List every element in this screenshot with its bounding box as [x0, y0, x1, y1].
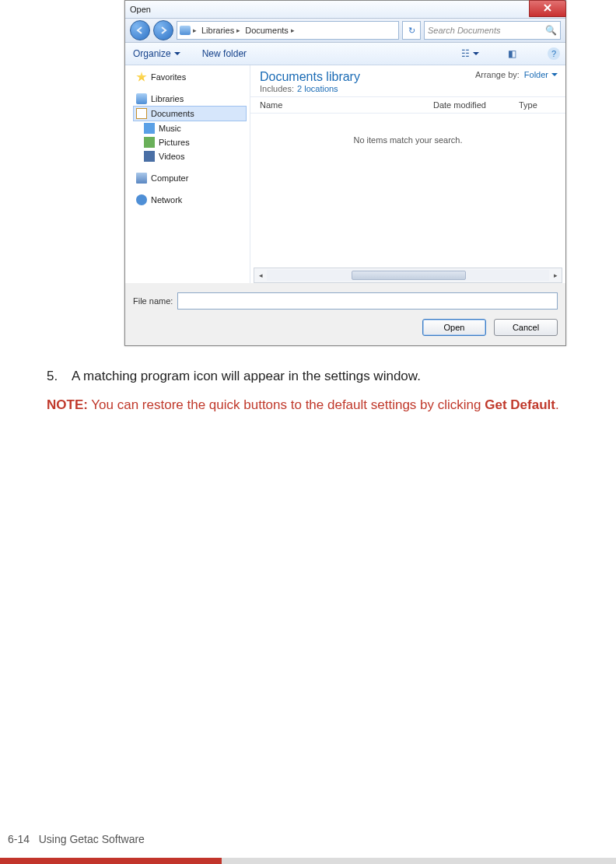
scroll-right-icon[interactable]: ▸ [549, 271, 562, 279]
page-footer: 6-14 Using Getac Software [0, 833, 616, 864]
col-name[interactable]: Name [260, 100, 433, 110]
nav-network[interactable]: Network [125, 193, 250, 207]
scroll-thumb[interactable] [352, 271, 466, 280]
horizontal-scrollbar[interactable]: ◂ ▸ [254, 268, 562, 283]
organize-button[interactable]: Organize [133, 48, 180, 59]
footer-bar-accent [0, 858, 222, 864]
dialog-buttons: Open Cancel [125, 313, 565, 345]
library-includes: Includes:2 locations [260, 84, 360, 93]
navigation-pane: Favorites Libraries Documents Music Pict… [125, 65, 250, 283]
libraries-icon [136, 93, 147, 104]
music-icon [144, 123, 155, 134]
libraries-icon [180, 26, 191, 35]
refresh-button[interactable]: ↻ [402, 21, 421, 40]
chevron-right-icon: ▸ [193, 26, 197, 34]
library-header: Documents library Includes:2 locations A… [250, 65, 565, 97]
arrange-by: Arrange by: Folder [475, 70, 558, 79]
arrow-right-icon [159, 23, 167, 37]
dialog-body: Favorites Libraries Documents Music Pict… [125, 65, 565, 283]
file-name-input[interactable] [177, 292, 558, 310]
document-text: 5. A matching program icon will appear i… [47, 368, 569, 415]
nav-label: Music [159, 124, 181, 133]
new-folder-button[interactable]: New folder [202, 48, 247, 59]
breadcrumb-seg-documents: Documents [245, 26, 289, 35]
view-icon: ☷ [461, 48, 470, 59]
help-button[interactable]: ? [545, 47, 562, 61]
cancel-button[interactable]: Cancel [494, 319, 558, 336]
file-name-row: File name: [125, 283, 565, 313]
forward-button[interactable] [153, 20, 173, 40]
note-block: NOTE: You can restore the quick buttons … [47, 397, 569, 415]
breadcrumb-seg-libraries: Libraries [201, 26, 234, 35]
note-body-2: . [555, 397, 559, 412]
preview-pane-button[interactable]: ◧ [503, 47, 520, 61]
note-body-1: You can restore the quick buttons to the… [88, 397, 485, 412]
nav-documents[interactable]: Documents [133, 106, 247, 121]
nav-label: Favorites [151, 72, 186, 82]
nav-favorites[interactable]: Favorites [125, 70, 250, 84]
page-number: 6-14 [8, 833, 30, 845]
scroll-left-icon[interactable]: ◂ [254, 271, 267, 279]
chapter-title: Using Getac Software [39, 833, 145, 845]
library-title: Documents library [260, 70, 360, 84]
note-button-ref: Get Default [485, 397, 555, 412]
nav-music[interactable]: Music [125, 121, 250, 135]
search-input[interactable]: Search Documents 🔍 [424, 21, 561, 40]
address-bar: ▸ Libraries▸ Documents▸ ↻ Search Documen… [125, 19, 565, 43]
chevron-right-icon: ▸ [236, 26, 240, 34]
step-5: 5. A matching program icon will appear i… [47, 368, 569, 386]
main-pane: Documents library Includes:2 locations A… [250, 65, 565, 283]
back-button[interactable] [130, 20, 150, 40]
file-name-label: File name: [133, 296, 173, 306]
refresh-icon: ↻ [408, 26, 415, 36]
close-button[interactable] [529, 0, 566, 17]
nav-label: Libraries [151, 94, 184, 103]
nav-computer[interactable]: Computer [125, 171, 250, 185]
nav-label: Pictures [159, 138, 190, 147]
col-date[interactable]: Date modified [433, 100, 519, 110]
footer-text: 6-14 Using Getac Software [0, 833, 616, 858]
empty-message: No items match your search. [250, 135, 565, 145]
arrange-label: Arrange by: [475, 70, 520, 79]
col-type[interactable]: Type [519, 100, 565, 110]
arrow-left-icon [136, 23, 144, 37]
preview-icon: ◧ [508, 48, 516, 59]
close-icon [544, 4, 551, 13]
nav-libraries[interactable]: Libraries [125, 92, 250, 106]
open-button[interactable]: Open [422, 319, 486, 336]
scroll-track[interactable] [267, 270, 549, 281]
pictures-icon [144, 137, 155, 148]
search-icon: 🔍 [545, 25, 557, 36]
note-label: NOTE: [47, 397, 88, 412]
nav-label: Videos [159, 152, 184, 161]
nav-label: Computer [151, 173, 188, 183]
document-icon [136, 108, 147, 119]
videos-icon [144, 151, 155, 162]
star-icon [136, 72, 147, 82]
nav-label: Documents [151, 109, 194, 118]
footer-bar [0, 858, 616, 864]
locations-link[interactable]: 2 locations [297, 84, 338, 93]
arrange-value[interactable]: Folder [524, 70, 558, 79]
window-title: Open [130, 5, 151, 14]
title-bar: Open [125, 1, 565, 19]
column-headers: Name Date modified Type [250, 97, 565, 114]
toolbar: Organize New folder ☷ ◧ ? [125, 43, 565, 65]
open-dialog: Open ▸ Libraries▸ Documents▸ ↻ Search Do… [124, 0, 566, 346]
chevron-right-icon: ▸ [291, 26, 295, 34]
nav-label: Network [151, 195, 182, 205]
nav-pictures[interactable]: Pictures [125, 135, 250, 149]
search-placeholder: Search Documents [428, 26, 501, 35]
view-options-button[interactable]: ☷ [461, 47, 478, 61]
step-text: A matching program icon will appear in t… [72, 368, 421, 386]
computer-icon [136, 173, 147, 184]
nav-videos[interactable]: Videos [125, 149, 250, 163]
network-icon [136, 194, 147, 205]
step-number: 5. [47, 368, 72, 386]
help-icon: ? [548, 47, 560, 60]
breadcrumb[interactable]: ▸ Libraries▸ Documents▸ [177, 21, 399, 40]
